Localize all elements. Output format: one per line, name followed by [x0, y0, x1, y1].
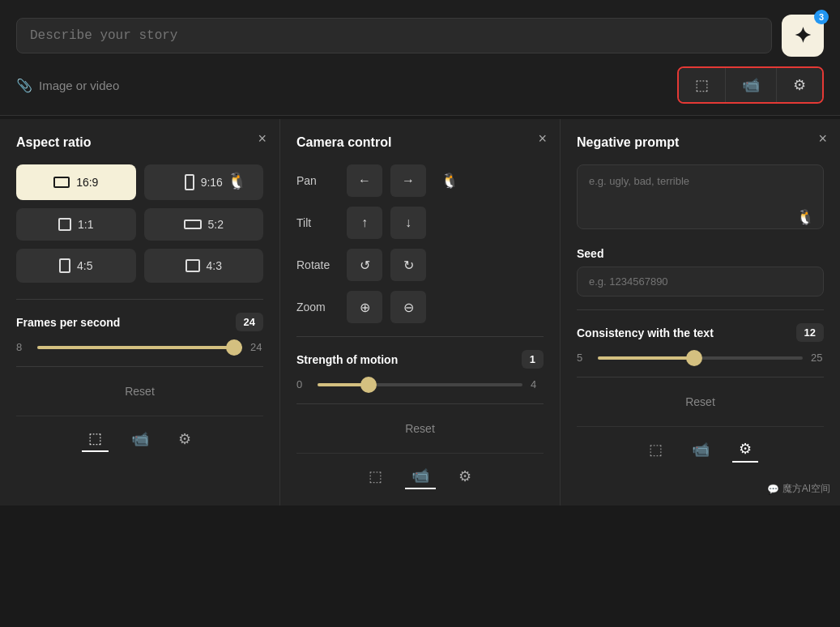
aspect-panel-close[interactable]: ×: [258, 130, 266, 147]
negative-prompt-panel: × Negative prompt 🐧 Seed Consistency wit…: [561, 119, 840, 505]
neg-divider-2: [577, 377, 824, 377]
camera-panel-title: Camera control: [296, 135, 544, 150]
seed-input[interactable]: [577, 267, 824, 296]
motion-slider-track[interactable]: [318, 383, 522, 386]
camera-panel-close[interactable]: ×: [538, 130, 547, 147]
motion-max: 4: [531, 378, 544, 390]
emoji-pan: 🐧: [441, 172, 458, 190]
aspect-ratio-panel: × Aspect ratio 16:9 9:16 🐧 1:1: [0, 119, 280, 505]
tilt-label: Tilt: [296, 216, 339, 229]
consistency-value: 12: [796, 323, 824, 342]
ratio-btn-1-1[interactable]: 1:1: [16, 208, 136, 241]
motion-min: 0: [296, 378, 309, 390]
star-icon: ✦: [794, 23, 812, 49]
story-input[interactable]: [16, 18, 772, 53]
pan-row: Pan ← → 🐧: [296, 164, 544, 197]
media-row: 📎 Image or video 1 ⬚ 2 📹 3 ⚙: [16, 66, 824, 104]
tilt-up-button[interactable]: ↑: [347, 207, 382, 239]
zoom-in-button[interactable]: ⊕: [347, 291, 382, 323]
rotate-label: Rotate: [296, 258, 339, 271]
tilt-down-button[interactable]: ↓: [390, 207, 426, 239]
portrait-icon: [185, 174, 194, 190]
emoji-9-16: 🐧: [227, 171, 247, 190]
pb2-aspect-icon[interactable]: ⬚: [362, 463, 389, 489]
aspect-panel-bottom: ⬚ 📹 ⚙: [16, 416, 263, 452]
wechat-icon: 💬: [767, 484, 779, 495]
aspect-reset-button[interactable]: Reset: [16, 380, 263, 403]
negative-prompt-input[interactable]: [577, 164, 824, 229]
toolbar-btn-1[interactable]: 1 ⬚: [679, 68, 726, 102]
pb2-video-icon[interactable]: 📹: [405, 463, 436, 489]
pb3-settings-icon[interactable]: ⚙: [732, 437, 758, 463]
fps-slider-row: 8 24: [16, 341, 263, 353]
rect43-icon: [185, 259, 200, 272]
camera-control-panel: × Camera control Pan ← → 🐧 Tilt ↑ ↓ Rota…: [280, 119, 561, 505]
pb-aspect-icon[interactable]: ⬚: [82, 426, 109, 452]
pb3-aspect-icon[interactable]: ⬚: [642, 437, 669, 463]
fps-value: 24: [236, 313, 263, 331]
toolbar-buttons: 1 ⬚ 2 📹 3 ⚙: [677, 66, 824, 104]
consistency-label: Consistency with the text: [577, 326, 714, 339]
settings-icon: ⚙: [793, 76, 806, 94]
fps-max: 24: [250, 341, 263, 353]
ratio-btn-4-5[interactable]: 4:5: [16, 249, 136, 283]
video-icon: 📹: [742, 76, 760, 94]
motion-slider-thumb[interactable]: [360, 377, 377, 393]
panels-row: × Aspect ratio 16:9 9:16 🐧 1:1: [0, 119, 840, 505]
zoom-label: Zoom: [296, 301, 339, 314]
pb3-video-icon[interactable]: 📹: [685, 437, 716, 463]
motion-slider-row: 0 4: [296, 378, 544, 390]
negative-reset-button[interactable]: Reset: [577, 390, 824, 413]
consistency-max: 25: [811, 352, 824, 364]
camera-divider-2: [296, 403, 544, 404]
rotate-ccw-button[interactable]: ↺: [347, 249, 382, 281]
aspect-panel-title: Aspect ratio: [16, 135, 263, 150]
wide-icon: [184, 220, 202, 229]
ratio-label-1-1: 1:1: [78, 218, 93, 231]
motion-label: Strength of motion: [296, 353, 398, 366]
ratio-btn-4-3[interactable]: 4:3: [144, 249, 264, 283]
negative-panel-close[interactable]: ×: [818, 130, 827, 147]
ratio-label-9-16: 9:16: [201, 176, 223, 189]
rotate-cw-button[interactable]: ↻: [390, 249, 426, 281]
toolbar-btn-3[interactable]: 3 ⚙: [777, 68, 822, 102]
fps-label: Frames per second: [16, 316, 120, 329]
ratio-btn-16-9[interactable]: 16:9: [16, 164, 136, 200]
ratio-label-16-9: 16:9: [76, 176, 98, 189]
pb2-settings-icon[interactable]: ⚙: [452, 463, 478, 489]
pan-right-button[interactable]: →: [390, 164, 426, 197]
badge: 3: [814, 10, 829, 24]
paperclip-icon: 📎: [16, 78, 32, 93]
tilt-row: Tilt ↑ ↓: [296, 207, 544, 239]
ratio-label-4-3: 4:3: [207, 259, 222, 272]
fps-slider-thumb[interactable]: [226, 339, 242, 356]
consistency-slider-track[interactable]: [598, 356, 803, 360]
neg-input-wrapper: 🐧: [577, 164, 824, 236]
pan-left-button[interactable]: ←: [347, 164, 382, 197]
fps-slider-fill: [37, 346, 242, 349]
rotate-row: Rotate ↺ ↻: [296, 249, 544, 281]
camera-divider: [296, 336, 544, 337]
consistency-slider-row: 5 25: [577, 352, 824, 364]
consistency-slider-thumb[interactable]: [686, 350, 702, 366]
attach-text: Image or video: [39, 79, 119, 92]
ratio-label-5-2: 5:2: [208, 218, 224, 231]
camera-reset-button[interactable]: Reset: [296, 417, 544, 440]
consistency-min: 5: [577, 352, 590, 364]
zoom-out-button[interactable]: ⊖: [390, 291, 426, 323]
landscape-icon: [53, 177, 70, 188]
watermark-text: 魔方AI空间: [782, 482, 830, 496]
divider-1: [16, 299, 263, 300]
star-button[interactable]: ✦ 3: [782, 15, 824, 57]
ratio-grid: 16:9 9:16 🐧 1:1 5:2: [16, 164, 263, 283]
fps-slider-track[interactable]: [37, 346, 242, 349]
pb-video-icon[interactable]: 📹: [125, 426, 156, 452]
attach-label: 📎 Image or video: [16, 78, 119, 93]
fps-label-row: Frames per second 24: [16, 313, 263, 331]
pb-settings-icon[interactable]: ⚙: [172, 426, 198, 452]
toolbar-btn-2[interactable]: 2 📹: [726, 68, 777, 102]
story-input-row: ✦ 3: [16, 15, 824, 57]
ratio-btn-5-2[interactable]: 5:2: [144, 208, 264, 241]
motion-label-row: Strength of motion 1: [296, 350, 544, 369]
divider-2: [16, 366, 263, 367]
